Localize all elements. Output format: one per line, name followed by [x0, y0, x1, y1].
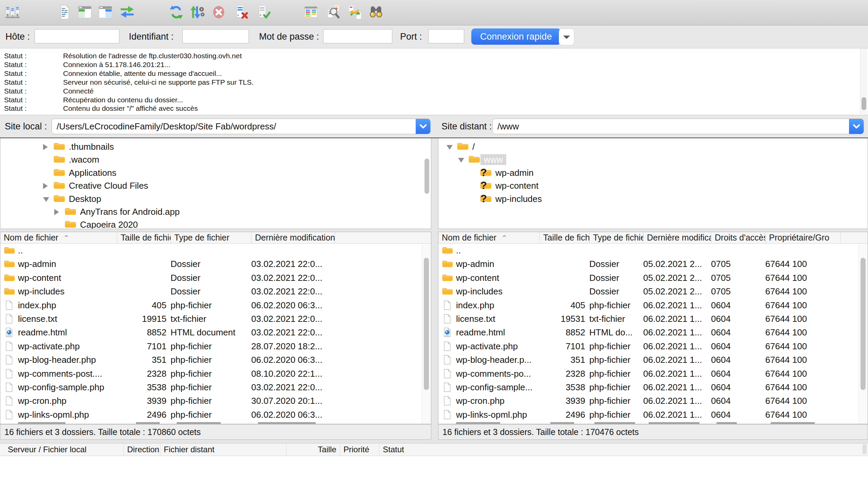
file-row-index-php[interactable]: index.php405php-fichier06.02.2020 06:3..…: [0, 298, 422, 312]
quickconnect-dropdown-icon[interactable]: [559, 28, 574, 45]
column-header-0[interactable]: Nom de fichier⌃: [0, 232, 117, 243]
file-row--[interactable]: ..: [438, 244, 859, 257]
file-row-wp-includes[interactable]: wp-includesDossier05.02.2021 2...0705676…: [438, 285, 859, 298]
queue-column-0[interactable]: Serveur / Fichier local: [4, 443, 123, 456]
queue-column-3[interactable]: Taille: [286, 443, 340, 456]
disconnect-icon[interactable]: [234, 4, 249, 20]
refresh-icon[interactable]: [169, 4, 184, 20]
queue-scrollbar[interactable]: [863, 444, 867, 454]
tree-item-desktop[interactable]: Desktop: [0, 192, 431, 205]
tree-item-label[interactable]: AnyTrans for Android.app: [77, 206, 183, 217]
quickconnect-button[interactable]: Connexion rapide: [471, 28, 561, 45]
tree-item-label[interactable]: Creative Cloud Files: [65, 180, 152, 191]
tree-item-label[interactable]: .wacom: [65, 154, 103, 165]
collapse-arrow-icon[interactable]: [447, 145, 453, 150]
file-search-icon[interactable]: [326, 4, 341, 20]
tree-item--[interactable]: /: [438, 140, 868, 153]
log-scrollbar[interactable]: [860, 48, 867, 114]
tree-item-label[interactable]: Desktop: [65, 193, 104, 204]
expand-arrow-icon[interactable]: [43, 144, 48, 150]
tree-item-label[interactable]: /: [469, 141, 478, 152]
column-separator[interactable]: [841, 232, 841, 243]
log-scrollbar-thumb[interactable]: [862, 97, 866, 110]
remote-path-dropdown-icon[interactable]: [849, 119, 864, 134]
local-path-combo[interactable]: /Users/LeCrocodineFamily/Desktop/Site Fa…: [52, 119, 431, 134]
file-row-wp-cron-php[interactable]: wp-cron.php3939php-fichier06.02.2021 1..…: [438, 394, 859, 408]
column-header-3[interactable]: Dernière modificat: [643, 232, 711, 243]
file-row-wp-admin[interactable]: wp-adminDossier05.02.2021 2...070567644 …: [438, 257, 859, 271]
file-row-index-php[interactable]: index.php405php-fichier06.02.2021 1...06…: [438, 298, 859, 312]
remote-path-combo[interactable]: /www: [492, 119, 864, 134]
queue-column-4[interactable]: Priorité: [340, 443, 379, 456]
collapse-arrow-icon[interactable]: [458, 158, 464, 163]
tree-item-www[interactable]: www: [438, 153, 868, 166]
synchronized-browsing-icon[interactable]: [347, 4, 363, 20]
file-row-wp-activate-php[interactable]: wp-activate.php7101php-fichier06.02.2021…: [438, 339, 859, 353]
tree-item--thumbnails[interactable]: .thumbnails: [0, 140, 431, 153]
queue-column-2[interactable]: Fichier distant: [160, 443, 286, 456]
transfer-queue-toggle-icon[interactable]: [119, 4, 135, 20]
file-row-wp-links-opml-php[interactable]: wp-links-opml.php2496php-fichier06.02.20…: [438, 408, 859, 421]
tree-item-label[interactable]: Applications: [65, 167, 120, 178]
filter-icon[interactable]: [255, 4, 271, 20]
file-row-wp-links-opml-php[interactable]: wp-links-opml.php2496php-fichier06.02.20…: [0, 408, 422, 421]
file-row-wp-blog-header-p-[interactable]: wp-blog-header.p...351php-fichier06.02.2…: [438, 353, 859, 367]
tree-item-anytrans-for-android-app[interactable]: AnyTrans for Android.app: [0, 205, 431, 218]
file-row-readme-html[interactable]: readme.html8852HTML document03.02.2021 2…: [0, 326, 422, 339]
port-input[interactable]: [428, 29, 464, 43]
tree-item-creative-cloud-files[interactable]: Creative Cloud Files: [0, 179, 431, 192]
file-list-scrollbar[interactable]: [859, 244, 868, 424]
tree-item-label[interactable]: .thumbnails: [65, 141, 117, 152]
password-input[interactable]: [323, 29, 392, 43]
tree-item-applications[interactable]: Applications: [0, 166, 431, 179]
file-row-wp-includes[interactable]: wp-includesDossier03.02.2021 22:0...: [0, 285, 422, 298]
file-row-license-txt[interactable]: license.txt19531txt-fichier06.02.2021 1.…: [438, 312, 859, 326]
process-queue-icon[interactable]: [190, 4, 205, 20]
file-row-wp-config-sample-php[interactable]: wp-config-sample.php3538php-fichier03.02…: [0, 380, 422, 394]
username-input[interactable]: [182, 29, 249, 43]
tree-item-wp-content[interactable]: ?wp-content: [438, 179, 868, 192]
tree-item-label[interactable]: wp-content: [492, 180, 542, 191]
queue-column-5[interactable]: Statut: [379, 443, 447, 456]
file-list-scrollbar[interactable]: [422, 244, 431, 424]
column-header-5[interactable]: Propriétaire/Gro: [765, 232, 841, 243]
tree-item-label[interactable]: wp-includes: [492, 193, 545, 204]
file-row-license-txt[interactable]: license.txt19915txt-fichier03.02.2021 22…: [0, 312, 422, 326]
queue-column-1[interactable]: Direction: [123, 443, 160, 456]
tree-item-wp-includes[interactable]: ?wp-includes: [438, 192, 868, 205]
site-manager-icon[interactable]: [5, 4, 20, 20]
file-row-wp-config-sample-[interactable]: wp-config-sample...3538php-fichier06.02.…: [438, 380, 859, 394]
tree-item-label[interactable]: Capoeira 2020: [77, 219, 141, 229]
file-list-scrollbar-thumb[interactable]: [424, 258, 429, 390]
transfer-queue-body[interactable]: [0, 456, 868, 477]
tree-item-label[interactable]: www: [480, 154, 506, 165]
directory-comparison-icon[interactable]: [303, 4, 319, 20]
file-row-wp-comments-post-[interactable]: wp-comments-post....2328php-fichier08.10…: [0, 367, 422, 380]
column-header-2[interactable]: Type de fichie: [589, 232, 643, 243]
file-row-wp-content[interactable]: wp-contentDossier05.02.2021 2...07056764…: [438, 271, 859, 285]
column-separator[interactable]: [335, 232, 335, 243]
cancel-icon[interactable]: [211, 4, 226, 20]
column-header-0[interactable]: Nom de fichier⌃: [438, 232, 539, 243]
column-header-2[interactable]: Type de fichier: [171, 232, 251, 243]
file-row-wp-blog-header-php[interactable]: wp-blog-header.php351php-fichier06.02.20…: [0, 353, 422, 367]
column-header-1[interactable]: Taille de fichie: [117, 232, 171, 243]
file-row-wp-cron-php[interactable]: wp-cron.php3939php-fichier30.07.2020 20:…: [0, 394, 422, 408]
file-row-readme-html[interactable]: readme.html8852HTML do...06.02.2021 1...…: [438, 326, 859, 339]
file-row-wp-admin[interactable]: wp-adminDossier03.02.2021 22:0...: [0, 257, 422, 271]
column-header-1[interactable]: Taille de fichie: [539, 232, 589, 243]
message-log-toggle-icon[interactable]: [57, 4, 73, 20]
expand-arrow-icon[interactable]: [43, 183, 48, 189]
tree-item-capoeira-2020[interactable]: Capoeira 2020: [0, 218, 431, 229]
column-header-3[interactable]: Dernière modification: [251, 232, 335, 243]
tree-item-wp-admin[interactable]: ?wp-admin: [438, 166, 868, 179]
column-header-4[interactable]: Droits d'accès: [711, 232, 765, 243]
remote-pane-toggle-icon[interactable]: [98, 4, 113, 20]
file-row--[interactable]: ..: [0, 244, 422, 257]
local-path-dropdown-icon[interactable]: [416, 119, 431, 134]
file-row-wp-content[interactable]: wp-contentDossier03.02.2021 22:0...: [0, 271, 422, 285]
host-input[interactable]: [35, 29, 119, 43]
tree-item-label[interactable]: wp-admin: [492, 167, 537, 178]
find-files-icon[interactable]: [368, 4, 384, 20]
collapse-arrow-icon[interactable]: [43, 197, 49, 202]
